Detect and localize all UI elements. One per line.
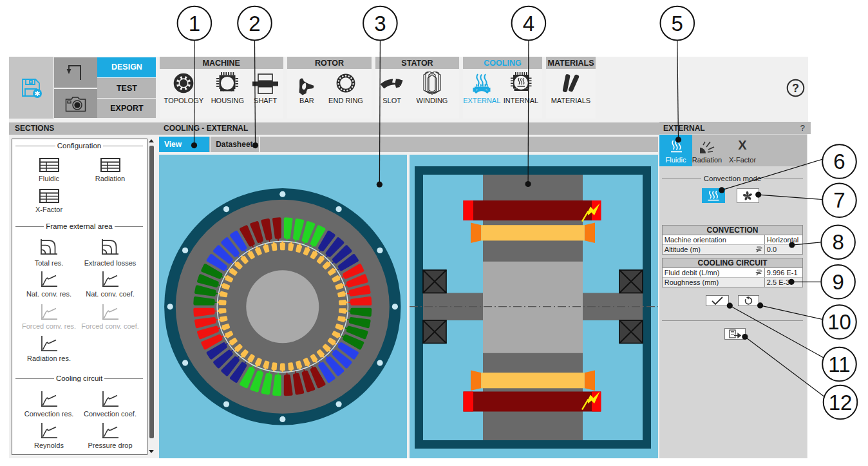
- svg-text:6: 6: [833, 150, 845, 173]
- svg-text:12: 12: [829, 391, 853, 414]
- svg-text:11: 11: [828, 353, 850, 376]
- svg-text:9: 9: [832, 270, 844, 294]
- svg-text:4: 4: [523, 12, 534, 35]
- svg-text:3: 3: [374, 12, 386, 35]
- svg-text:2: 2: [249, 12, 260, 35]
- svg-text:10: 10: [827, 310, 851, 334]
- svg-text:?: ?: [792, 82, 799, 95]
- svg-text:7: 7: [833, 188, 845, 212]
- svg-text:5: 5: [672, 12, 683, 35]
- svg-text:1: 1: [189, 12, 200, 35]
- svg-text:8: 8: [832, 230, 844, 254]
